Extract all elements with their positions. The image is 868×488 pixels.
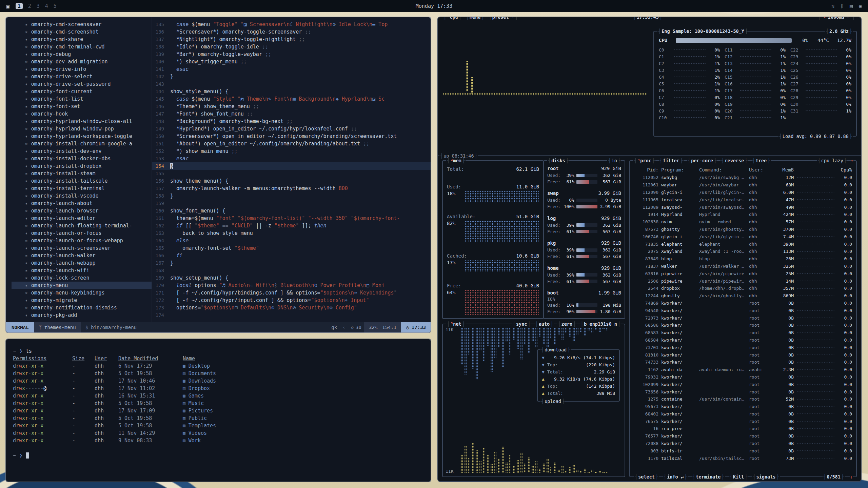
code-line[interactable]: 171 [ -f ~/.config/hypr/bindings.conf ] … <box>152 289 431 297</box>
proc-footer-select[interactable]: select <box>634 474 659 480</box>
proc-row[interactable]: 2075XwaylandXwayland :1 -rootless -dhh11… <box>630 248 856 255</box>
proc-footer-signals[interactable]: signals <box>752 474 780 480</box>
code-line[interactable]: 149 *Hyprland*) open_in_editor ~/.config… <box>152 125 431 133</box>
proc-button-filter[interactable]: filter <box>659 158 684 164</box>
proc-row[interactable]: 81310kworker/root0B0.0 <box>630 351 856 359</box>
mem-title[interactable]: ²mem <box>446 158 466 164</box>
proc-row[interactable]: 95673kworker/root0B0.0 <box>630 403 856 410</box>
file-item[interactable]: ∗omarchy-cmd-screensaver <box>25 21 152 28</box>
code-line[interactable]: 140 *) show_trigger_menu ;; <box>152 58 431 65</box>
bluetooth-icon[interactable]: ᛒ <box>841 3 844 9</box>
proc-row[interactable]: 106746glycin-i/usr/lib/glycin-loadersdhh… <box>630 233 856 240</box>
proc-row[interactable]: 102099kworker/root0B0.0 <box>630 381 856 388</box>
code-line[interactable]: 135 case $(menu "Toggle" "◪ Screensaver\… <box>152 21 431 28</box>
file-item[interactable]: ∗omarchy-drive-set-password <box>25 80 152 88</box>
proc-row[interactable]: 68584kworker/root0B0.0 <box>630 337 856 344</box>
net-button-auto[interactable]: auto <box>535 321 554 327</box>
proc-row[interactable]: 112089swayosd-/usr/bin/swayosd-serverdhh… <box>630 203 856 211</box>
file-item[interactable]: ∗omarchy-install-docker-dbs <box>25 155 152 162</box>
code-line[interactable]: 161 theme=$(menu "Font" "$(omarchy-font-… <box>152 215 431 222</box>
proc-row[interactable]: 112052swaybg/usr/bin/swaybg -i /homdhh12… <box>630 174 856 181</box>
file-item[interactable]: ∗omarchy-launch-editor <box>25 215 152 222</box>
file-item[interactable]: ∗omarchy-launch-or-focus-webapp <box>25 237 152 244</box>
net-button-zero[interactable]: zero <box>557 321 576 327</box>
file-item[interactable]: ∗omarchy-font-list <box>25 95 152 103</box>
proc-row[interactable]: 76577kworker/root0B0.0 <box>630 432 856 440</box>
proc-row[interactable]: 16rcu_preeroot0B0.0 <box>630 425 856 432</box>
file-item[interactable]: ∗omarchy-install-steam <box>25 170 152 177</box>
file-item[interactable]: ∗omarchy-pkg-add <box>25 311 152 319</box>
workspace-4[interactable]: 4 <box>45 3 48 9</box>
interval-minus-button[interactable]: - <box>823 17 826 20</box>
proc-row[interactable]: 76575kworker/root0B0.0 <box>630 418 856 425</box>
code-line[interactable]: 174 <box>152 311 431 319</box>
proc-row[interactable]: 1275containe/usr/bin/containerdroot52M0.… <box>630 395 856 403</box>
code-line[interactable]: 150 *Screensaver*) open_in_editor ~/.con… <box>152 133 431 140</box>
workspace-1[interactable]: 1 <box>16 3 23 9</box>
proc-row[interactable]: 1170tailscal/usr/sbin/tailscaled --root7… <box>630 454 856 462</box>
file-item[interactable]: ∗omarchy-install-terminal <box>25 185 152 192</box>
code-line[interactable]: 148 *Background*) omarchy-theme-bg-next … <box>152 118 431 125</box>
code-line[interactable]: 156show_theme_menu() { <box>152 177 431 185</box>
file-item[interactable]: ∗omarchy-launch-webapp <box>25 259 152 267</box>
code-line[interactable]: 153 esac <box>152 155 431 162</box>
file-item[interactable]: ∗omarchy-cmd-share <box>25 36 152 43</box>
proc-footer-info[interactable]: info ↵ <box>663 474 688 480</box>
proc-row[interactable]: 68583kworker/root0B0.0 <box>630 329 856 337</box>
code-line[interactable]: 157 omarchy-launch-walker -m menus:omarc… <box>152 185 431 192</box>
proc-row[interactable]: 79032kworker/root0B0.0 <box>630 373 856 381</box>
file-item[interactable]: ∗omarchy-launch-walker <box>25 252 152 259</box>
file-item[interactable]: ∗omarchy-dev-add-migration <box>25 58 152 65</box>
btop-tab-preset[interactable]: preset * <box>488 17 518 20</box>
code-line[interactable]: 137 *Nightlight*) omarchy-toggle-nightli… <box>152 36 431 43</box>
file-item[interactable]: ∗omarchy-launch-or-focus <box>25 229 152 237</box>
file-item[interactable]: ∗omarchy-migrate <box>25 297 152 304</box>
proc-row[interactable]: 2544dropbox/home/dhh/.dropbox-distdhh357… <box>630 285 856 292</box>
workspace-5[interactable]: 5 <box>54 3 57 9</box>
file-item[interactable]: ∗omarchy-launch-about <box>25 200 152 207</box>
proc-footer-Kill[interactable]: Kill <box>729 474 748 480</box>
launcher-icon[interactable]: ▣ <box>6 3 9 9</box>
code-line[interactable]: 168 <box>152 267 431 274</box>
file-item[interactable]: ∗omarchy-install-tailscale <box>25 177 152 185</box>
code-line[interactable]: 154} <box>152 162 431 170</box>
proc-row[interactable]: 112090glycin-i/usr/lib/glycin-loadersdhh… <box>630 189 856 196</box>
code-line[interactable]: 165 omarchy-font-set "$theme" <box>152 244 431 252</box>
code-line[interactable]: 136 *Screensaver*) omarchy-toggle-screen… <box>152 28 431 36</box>
code-line[interactable]: 163 back_to show_style_menu <box>152 229 431 237</box>
proc-button-tree[interactable]: tree <box>752 158 771 164</box>
file-item[interactable]: ∗omarchy-menu <box>12 282 152 289</box>
code-line[interactable]: 152 *) show_main_menu ;; <box>152 147 431 155</box>
file-item[interactable]: ∗omarchy-launch-floating-terminal- <box>25 222 152 229</box>
proc-button-reverse[interactable]: reverse <box>721 158 748 164</box>
file-item[interactable]: ∗omarchy-install-dropbox <box>25 162 152 170</box>
code-line[interactable]: 164 else <box>152 237 431 244</box>
file-item[interactable]: ∗omarchy-lock-screen <box>25 274 152 282</box>
terminal-content[interactable]: ~❯lsPermissionsSizeUserDate ModifiedName… <box>6 339 431 467</box>
file-item[interactable]: ∗omarchy-drive-info <box>25 65 152 73</box>
code-line[interactable]: 173 options="$options\n⊞ Defaults\n⊕ DNS… <box>152 304 431 311</box>
proc-row[interactable]: 73656kworker/root0B0.0 <box>630 388 856 395</box>
code-line[interactable]: 151 *About*) open_in_editor ~/.config/om… <box>152 140 431 147</box>
code-line[interactable]: 170 local options="♬ Audio\n≈ Wifi\nᛒ Bl… <box>152 282 431 289</box>
net-button-benp191s0n[interactable]: b enp191s0 n <box>580 321 621 327</box>
code-line[interactable]: 145 case $(menu "Style" "◩ Theme\n✎ Font… <box>152 95 431 103</box>
proc-row[interactable]: 72073kworker/root0B0.0 <box>630 314 856 322</box>
code-line[interactable]: 159 <box>152 200 431 207</box>
proc-row[interactable]: 2506pipewire/usr/bin/pipewire-pulsedhh14… <box>630 277 856 285</box>
proc-sort-mode[interactable]: cpu lazy <box>817 158 847 164</box>
power-icon[interactable]: ◉ <box>859 3 862 9</box>
workspace-2[interactable]: 2 <box>28 3 31 9</box>
btop-tab-menu[interactable]: menu <box>466 17 485 20</box>
code-line[interactable]: 169show_setup_menu() { <box>152 274 431 282</box>
file-item[interactable]: ∗omarchy-launch-screensaver <box>25 244 152 252</box>
file-item[interactable]: ∗omarchy-launch-browser <box>25 207 152 215</box>
file-item[interactable]: ∗omarchy-font-current <box>25 88 152 95</box>
git-branch[interactable]: ᛘ themes-menu <box>34 322 81 332</box>
file-item[interactable]: ∗omarchy-hyprland-window-close-all <box>25 118 152 125</box>
file-item[interactable]: ∗omarchy-launch-wifi <box>25 267 152 274</box>
code-line[interactable]: 144show_style_menu() { <box>152 88 431 95</box>
proc-row[interactable]: 111965localsea/usr/lib/localsearch-exdhh… <box>630 196 856 203</box>
proc-row[interactable]: 68402kworker/root0B0.0 <box>630 410 856 418</box>
code-line[interactable]: 158} <box>152 192 431 200</box>
